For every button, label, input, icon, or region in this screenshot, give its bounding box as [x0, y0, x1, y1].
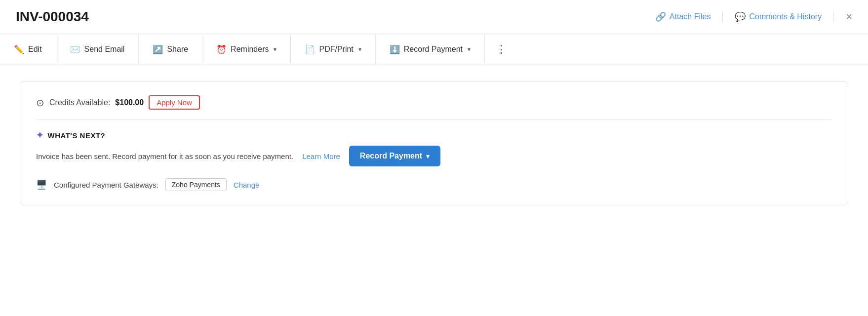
- edit-icon: ✏️: [14, 44, 24, 55]
- record-payment-button[interactable]: Record Payment ▾: [349, 146, 440, 166]
- pdf-print-button[interactable]: 📄 PDF/Print ▾: [291, 34, 375, 65]
- whats-next-body: Invoice has been sent. Record payment fo…: [36, 146, 832, 166]
- record-payment-toolbar-button[interactable]: ⬇️ Record Payment ▾: [376, 34, 485, 65]
- record-payment-btn-chevron-icon: ▾: [426, 153, 430, 160]
- share-button[interactable]: ↗️ Share: [139, 34, 202, 65]
- comments-history-button[interactable]: 💬 Comments & History: [735, 11, 822, 22]
- credits-icon: ⊙: [36, 97, 44, 109]
- edit-label: Edit: [28, 45, 42, 54]
- info-card: ⊙ Credits Available: $100.00 Apply Now ✦…: [20, 81, 848, 205]
- reminder-icon: ⏰: [216, 44, 227, 55]
- card-divider: [36, 119, 832, 120]
- apply-now-button[interactable]: Apply Now: [149, 95, 200, 110]
- toolbar: ✏️ Edit ✉️ Send Email ↗️ Share ⏰ Reminde…: [0, 34, 868, 65]
- share-icon: ↗️: [153, 44, 163, 55]
- comment-icon: 💬: [735, 11, 746, 22]
- whats-next-text: Invoice has been sent. Record payment fo…: [36, 152, 293, 160]
- learn-more-link[interactable]: Learn More: [302, 152, 340, 160]
- whats-next-header: ✦ WHAT'S NEXT?: [36, 130, 832, 141]
- email-icon: ✉️: [70, 44, 80, 55]
- page-header: INV-000034 🔗 Attach Files 💬 Comments & H…: [0, 0, 868, 34]
- close-button[interactable]: ×: [846, 10, 852, 23]
- header-actions: 🔗 Attach Files 💬 Comments & History ×: [655, 10, 852, 23]
- whats-next-title: WHAT'S NEXT?: [48, 131, 106, 140]
- payment-gateways-row: 🖥️ Configured Payment Gateways: Zoho Pay…: [36, 178, 832, 191]
- attach-files-button[interactable]: 🔗 Attach Files: [655, 11, 711, 22]
- reminders-chevron-icon: ▾: [274, 46, 276, 53]
- reminders-button[interactable]: ⏰ Reminders ▾: [202, 34, 291, 65]
- record-payment-icon: ⬇️: [390, 44, 400, 55]
- gateway-tag: Zoho Payments: [165, 178, 227, 191]
- record-payment-label: Record Payment: [360, 152, 422, 160]
- credits-row: ⊙ Credits Available: $100.00 Apply Now: [36, 95, 832, 110]
- share-label: Share: [167, 45, 188, 54]
- whats-next-section: ✦ WHAT'S NEXT? Invoice has been sent. Re…: [36, 130, 832, 166]
- change-gateway-link[interactable]: Change: [234, 181, 260, 189]
- payment-gateways-label: Configured Payment Gateways:: [54, 181, 158, 189]
- credits-prefix: Credits Available:: [49, 98, 110, 107]
- pdf-icon: 📄: [305, 44, 315, 55]
- header-divider: [722, 11, 723, 22]
- pdf-print-label: PDF/Print: [319, 45, 353, 54]
- credits-amount: $100.00: [115, 98, 144, 107]
- page-title: INV-000034: [16, 9, 89, 25]
- comments-history-label: Comments & History: [749, 12, 822, 21]
- paperclip-icon: 🔗: [655, 11, 666, 22]
- main-content: ⊙ Credits Available: $100.00 Apply Now ✦…: [0, 65, 868, 221]
- edit-button[interactable]: ✏️ Edit: [0, 34, 56, 65]
- attach-files-label: Attach Files: [670, 12, 711, 21]
- record-payment-chevron-icon: ▾: [468, 46, 471, 53]
- gateway-icon: 🖥️: [36, 179, 47, 190]
- record-payment-toolbar-label: Record Payment: [404, 45, 463, 54]
- header-divider-2: [833, 11, 834, 22]
- pdf-print-chevron-icon: ▾: [358, 46, 361, 53]
- send-email-label: Send Email: [84, 45, 125, 54]
- more-options-button[interactable]: ⋮: [485, 34, 517, 65]
- sparkle-icon: ✦: [36, 130, 44, 141]
- reminders-label: Reminders: [231, 45, 269, 54]
- send-email-button[interactable]: ✉️ Send Email: [56, 34, 139, 65]
